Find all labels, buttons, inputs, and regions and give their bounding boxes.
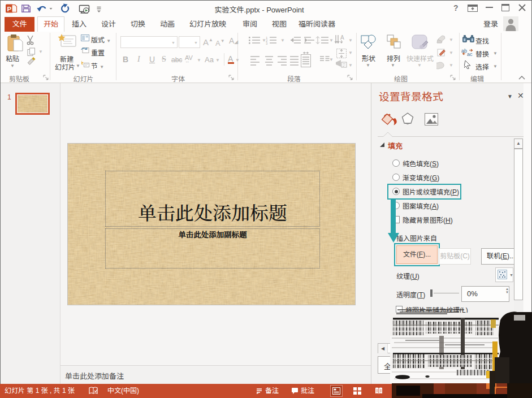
svg-text:A: A bbox=[340, 34, 344, 41]
svg-text:P: P bbox=[7, 6, 12, 12]
svg-text:ac: ac bbox=[467, 51, 473, 56]
